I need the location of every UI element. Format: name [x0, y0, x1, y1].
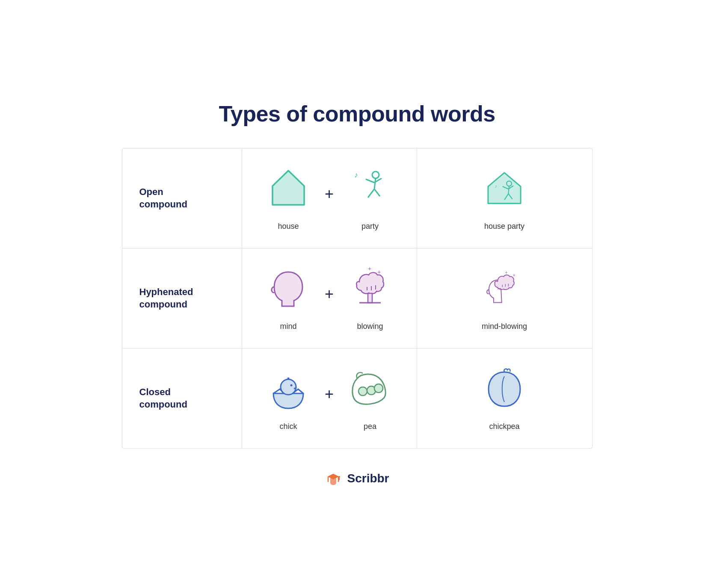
- svg-line-4: [366, 179, 374, 183]
- svg-point-31: [358, 387, 367, 396]
- mind-blowing-combined-icon: + +: [481, 266, 528, 313]
- mind-item: mind: [265, 266, 312, 331]
- main-container: Types of compound words Opencompound hou…: [122, 101, 593, 487]
- hyphenated-compound-label: Hyphenatedcompound: [139, 286, 193, 310]
- mind-icon: [265, 266, 312, 313]
- house-party-combined-icon: ♪: [481, 165, 528, 213]
- open-compound-label: Opencompound: [139, 186, 187, 210]
- plus-1: +: [325, 185, 334, 203]
- scribbr-logo-icon: [325, 470, 342, 487]
- chickpea-pair: chick + pea: [265, 366, 394, 431]
- chick-item: chick: [265, 366, 312, 431]
- party-label: party: [361, 222, 379, 231]
- house-party-combined-label: house party: [484, 222, 524, 231]
- mind-blowing-pair: mind + + +: [265, 266, 394, 331]
- compound-words-grid: Opencompound house + ♪: [122, 148, 593, 449]
- closed-compound-label: Closedcompound: [139, 386, 187, 411]
- svg-marker-0: [273, 171, 304, 205]
- svg-point-28: [281, 379, 296, 395]
- chickpea-combined-icon: [481, 366, 528, 413]
- row-2-label: Hyphenatedcompound: [122, 248, 242, 349]
- svg-line-7: [374, 189, 380, 196]
- house-party-combined-item: ♪ house party: [481, 165, 528, 231]
- row-2-pair: mind + + +: [242, 248, 417, 349]
- blowing-item: + + blowing: [347, 266, 394, 331]
- svg-point-34: [338, 476, 340, 478]
- svg-text:+: +: [505, 270, 508, 275]
- row-3-result: chickpea: [417, 349, 592, 448]
- svg-point-2: [372, 171, 379, 178]
- page-title: Types of compound words: [122, 101, 593, 127]
- row-1-label: Opencompound: [122, 148, 242, 248]
- house-party-pair: house + ♪: [265, 165, 394, 231]
- svg-marker-8: [488, 173, 521, 204]
- blowing-icon: + +: [347, 266, 394, 313]
- footer: Scribbr: [122, 470, 593, 487]
- mind-label: mind: [280, 322, 296, 331]
- party-icon: ♪: [347, 165, 394, 213]
- row-1-pair: house + ♪: [242, 148, 417, 248]
- chickpea-combined-label: chickpea: [489, 422, 519, 431]
- chick-label: chick: [279, 422, 297, 431]
- house-icon: [265, 165, 312, 213]
- svg-text:+: +: [368, 266, 371, 272]
- row-1-result: ♪ house party: [417, 148, 592, 248]
- svg-line-3: [374, 178, 376, 189]
- mind-blowing-combined-label: mind-blowing: [482, 322, 527, 331]
- chickpea-combined-item: chickpea: [481, 366, 528, 431]
- svg-text:♪: ♪: [354, 171, 358, 179]
- house-item: house: [265, 165, 312, 231]
- party-item: ♪ party: [347, 165, 394, 231]
- svg-text:♪: ♪: [495, 183, 497, 189]
- row-2-result: + + mind-blowing: [417, 248, 592, 349]
- row-3-label: Closedcompound: [122, 349, 242, 448]
- plus-2: +: [325, 285, 334, 303]
- svg-line-6: [368, 189, 374, 198]
- pea-item: pea: [347, 366, 394, 431]
- mind-blowing-combined-item: + + mind-blowing: [481, 266, 528, 331]
- pea-icon: [347, 366, 394, 413]
- plus-3: +: [325, 385, 334, 403]
- scribbr-brand: Scribbr: [347, 472, 389, 485]
- house-label: house: [278, 222, 299, 231]
- svg-point-33: [374, 384, 383, 393]
- svg-point-30: [287, 378, 289, 380]
- pea-label: pea: [364, 422, 376, 431]
- blowing-label: blowing: [357, 322, 383, 331]
- svg-rect-18: [368, 293, 372, 303]
- row-3-pair: chick + pea: [242, 349, 417, 448]
- chick-icon: [265, 366, 312, 413]
- svg-point-29: [290, 384, 292, 387]
- svg-text:+: +: [513, 273, 516, 278]
